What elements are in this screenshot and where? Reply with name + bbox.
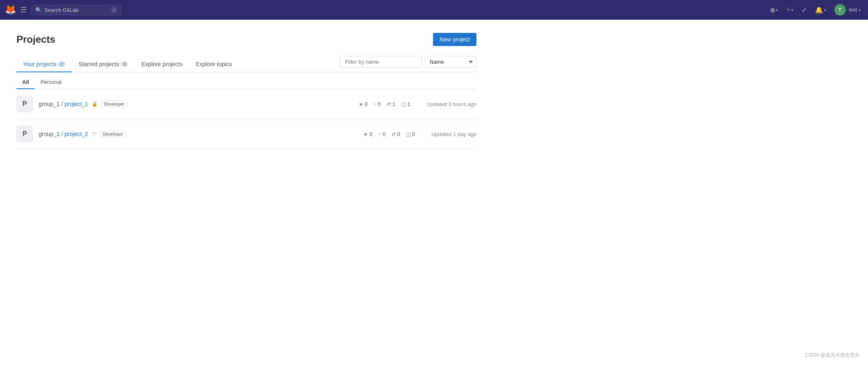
navbar-right: ⊕ ▾ ⑂ ▾ ✓ 🔔 ▾ T test ▾ <box>767 2 863 17</box>
page-title: Projects <box>16 34 55 45</box>
create-chevron: ▾ <box>776 8 778 12</box>
project-avatar: P <box>16 126 33 142</box>
stars-stat: ★ 0 <box>363 131 372 137</box>
tab-your-projects[interactable]: Your projects 2 <box>16 57 72 72</box>
project-avatar: P <box>16 96 33 112</box>
mr-icon: ⇄ <box>391 131 396 137</box>
project-separator: / <box>61 101 64 107</box>
sort-select[interactable]: Name Last created Oldest created Last up… <box>425 56 477 68</box>
merge-request-icon: ⑂ <box>786 6 790 14</box>
table-row: P group_1 / project_2 🛡 Developer ★ 0 ⑂ … <box>16 119 477 149</box>
tab-explore-topics[interactable]: Explore topics <box>189 57 239 72</box>
page-header: Projects New project <box>16 33 477 46</box>
forks-stat: ⑂ 0 <box>378 131 385 137</box>
plus-icon: ⊕ <box>770 6 775 14</box>
bell-icon: 🔔 <box>815 6 823 14</box>
tab-your-projects-badge: 2 <box>58 61 65 67</box>
project-role-badge: Developer <box>101 101 127 107</box>
tab-explore-projects-label: Explore projects <box>141 61 182 67</box>
user-avatar-button[interactable]: T test ▾ <box>832 2 863 17</box>
merge-requests-button[interactable]: ⑂ ▾ <box>784 5 796 15</box>
shield-icon: 🛡 <box>92 131 97 137</box>
search-icon: 🔍 <box>35 7 42 13</box>
tab-your-projects-label: Your projects <box>23 61 56 67</box>
tab-explore-topics-label: Explore topics <box>196 61 232 67</box>
merge-requests-stat: ⇄ 0 <box>391 131 400 137</box>
project-updated: Updated 3 hours ago <box>427 101 477 107</box>
mr-count: 1 <box>392 101 395 107</box>
navbar: 🦊 ☰ 🔍 Search GitLab / ⊕ ▾ ⑂ ▾ ✓ 🔔 ▾ T te… <box>0 0 868 20</box>
forks-count: 0 <box>378 101 381 107</box>
tab-starred-projects-label: Starred projects <box>78 61 119 67</box>
user-chevron: ▾ <box>859 8 861 12</box>
project-role-badge: Developer <box>100 131 126 137</box>
notifications-button[interactable]: 🔔 ▾ <box>813 5 829 16</box>
issues-icon: ✓ <box>801 6 807 14</box>
project-updated: Updated 1 day ago <box>431 131 477 137</box>
sub-tab-personal[interactable]: Personal <box>35 76 67 89</box>
project-stats: ★ 0 ⑂ 0 ⇄ 0 ◫ 0 <box>363 131 415 137</box>
search-bar[interactable]: 🔍 Search GitLab / <box>31 5 121 15</box>
sub-tab-all[interactable]: All <box>16 76 35 89</box>
username-label: test <box>849 7 857 13</box>
sub-tabs: All Personal <box>16 72 477 89</box>
project-group: group_1 <box>39 131 60 137</box>
issues-stat-icon: ◫ <box>401 101 406 107</box>
project-link[interactable]: group_1 / project_2 <box>39 131 88 137</box>
star-icon: ★ <box>359 101 364 107</box>
lock-icon: 🔒 <box>92 101 98 107</box>
search-slash-shortcut: / <box>111 7 117 13</box>
project-name-label: project_1 <box>64 101 88 107</box>
project-stats: ★ 0 ⑂ 0 ⇄ 1 ◫ 1 <box>359 101 410 107</box>
stars-count: 0 <box>369 131 372 137</box>
issues-stat-icon: ◫ <box>406 131 411 137</box>
merge-requests-stat: ⇄ 1 <box>387 101 395 107</box>
main-content: Projects New project Your projects 2 Sta… <box>0 20 493 162</box>
forks-stat: ⑂ 0 <box>373 101 381 107</box>
hamburger-menu[interactable]: ☰ <box>20 5 27 14</box>
issues-count: 0 <box>412 131 415 137</box>
mr-count: 0 <box>397 131 400 137</box>
create-button[interactable]: ⊕ ▾ <box>767 5 781 16</box>
table-row: P group_1 / project_1 🔒 Developer ★ 0 ⑂ … <box>16 89 477 119</box>
avatar: T <box>834 4 846 16</box>
mr-chevron: ▾ <box>791 8 793 12</box>
filter-by-name-input[interactable] <box>340 56 422 68</box>
new-project-button[interactable]: New project <box>433 33 477 46</box>
tab-starred-projects[interactable]: Starred projects 0 <box>72 57 135 72</box>
mr-icon: ⇄ <box>387 101 391 107</box>
star-icon: ★ <box>363 131 368 137</box>
tab-explore-projects[interactable]: Explore projects <box>135 57 189 72</box>
bell-chevron: ▾ <box>824 8 826 12</box>
fork-icon: ⑂ <box>378 131 381 137</box>
project-link[interactable]: group_1 / project_1 <box>39 101 88 107</box>
fork-icon: ⑂ <box>373 101 377 107</box>
tab-starred-projects-badge: 0 <box>121 61 128 67</box>
project-info: group_1 / project_2 🛡 Developer <box>39 131 363 137</box>
project-name-label: project_2 <box>64 131 88 137</box>
project-separator: / <box>61 131 64 137</box>
issues-count: 1 <box>407 101 410 107</box>
gitlab-logo[interactable]: 🦊 <box>5 5 16 15</box>
stars-stat: ★ 0 <box>359 101 368 107</box>
project-list: P group_1 / project_1 🔒 Developer ★ 0 ⑂ … <box>16 89 477 149</box>
search-placeholder: Search GitLab <box>44 7 111 13</box>
project-info: group_1 / project_1 🔒 Developer <box>39 101 359 107</box>
stars-count: 0 <box>365 101 368 107</box>
tabs-controls: Name Last created Oldest created Last up… <box>340 56 477 72</box>
tabs-navigation: Your projects 2 Starred projects 0 Explo… <box>16 57 340 72</box>
project-group: group_1 <box>39 101 60 107</box>
issues-stat: ◫ 0 <box>406 131 415 137</box>
forks-count: 0 <box>382 131 385 137</box>
issues-stat: ◫ 1 <box>401 101 410 107</box>
issues-button[interactable]: ✓ <box>799 5 809 16</box>
